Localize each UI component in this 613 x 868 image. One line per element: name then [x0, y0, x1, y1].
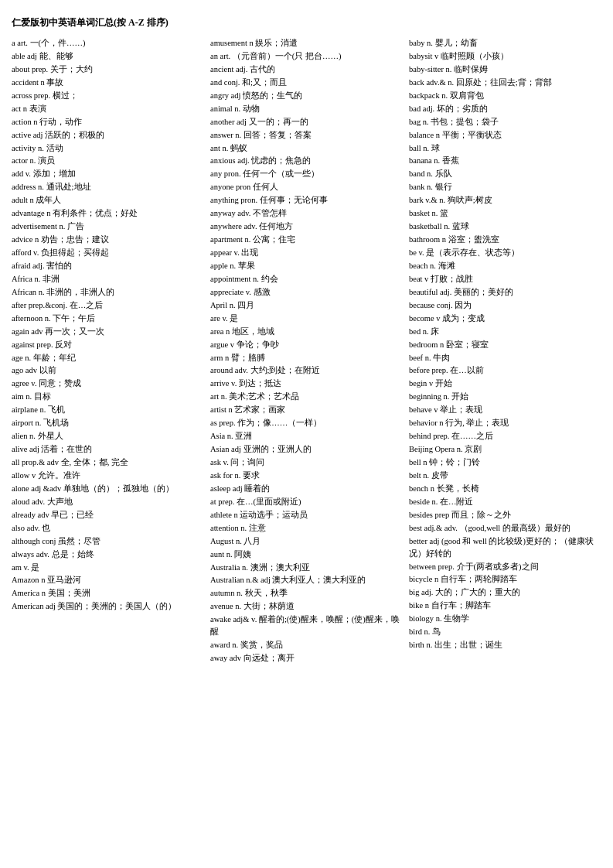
- entry-text: avenue n. 大街；林荫道: [210, 602, 295, 610]
- entry-text: American adj 美国的；美洲的；美国人（的）: [12, 602, 176, 610]
- entry-text: apartment n. 公寓；住宅: [210, 235, 295, 244]
- list-item: bad adj. 坏的；劣质的: [409, 103, 601, 115]
- list-item: bank n. 银行: [409, 181, 601, 193]
- list-item: bedroom n 卧室；寝室: [409, 339, 601, 351]
- list-item: appointment n. 约会: [210, 273, 403, 285]
- entry-text: awake adj& v. 醒着的;(使)醒来，唤醒；(使)醒来，唤醒: [210, 615, 400, 636]
- list-item: arm n 臂；胳膊: [210, 352, 403, 364]
- entry-text: beginning n. 开始: [409, 392, 468, 401]
- entry-text: bird n. 鸟: [409, 627, 441, 636]
- list-item: are v. 是: [210, 313, 403, 325]
- entry-text: babysit v 临时照顾（小孩）: [409, 52, 509, 60]
- list-item: before prep. 在…以前: [409, 364, 601, 377]
- list-item: avenue n. 大街；林荫道: [210, 600, 403, 613]
- entry-text: anyway adv. 不管怎样: [210, 209, 287, 217]
- list-item: address n. 通讯处;地址: [12, 181, 204, 193]
- list-item: awake adj& v. 醒着的;(使)醒来，唤醒；(使)醒来，唤醒: [210, 613, 403, 638]
- list-item: autumn n. 秋天，秋季: [210, 587, 403, 600]
- entry-text: April n. 四月: [210, 301, 254, 309]
- list-item: belt n. 皮带: [409, 470, 601, 482]
- list-item: aloud adv. 大声地: [12, 496, 204, 508]
- list-item: baby n. 婴儿；幼畜: [409, 37, 601, 50]
- entry-text: back adv.& n. 回原处；往回去;背；背部: [409, 78, 552, 87]
- entry-text: appointment n. 约会: [210, 275, 278, 283]
- entry-text: apple n. 苹果: [210, 261, 255, 270]
- list-item: amusement n 娱乐；消遣: [210, 37, 403, 50]
- entry-text: behavior n 行为, 举止；表现: [409, 419, 509, 427]
- entry-text: beef n. 牛肉: [409, 354, 450, 362]
- list-item: animal n. 动物: [210, 103, 403, 115]
- list-item: bathroom n 浴室；盥洗室: [409, 234, 601, 246]
- entry-text: bad adj. 坏的；劣质的: [409, 104, 488, 113]
- list-item: baby-sitter n. 临时保姆: [409, 63, 601, 76]
- list-item: Amazon n 亚马逊河: [12, 574, 204, 586]
- entry-text: balance n 平衡；平衡状态: [409, 131, 502, 139]
- entry-text: address n. 通讯处;地址: [12, 183, 91, 191]
- list-item: about prep. 关于；大约: [12, 63, 204, 76]
- entry-text: belt n. 皮带: [409, 471, 448, 480]
- entry-text: best adj.& adv. （good,well 的最高级）最好的: [409, 524, 570, 532]
- column-col3: baby n. 婴儿；幼畜babysit v 临时照顾（小孩）baby-sitt…: [409, 37, 601, 652]
- entry-text: allow v 允许。准许: [12, 471, 80, 480]
- list-item: be v. 是（表示存在、状态等）: [409, 247, 601, 259]
- entry-text: able adj 能、能够: [12, 52, 73, 60]
- list-item: banana n. 香蕉: [409, 155, 601, 167]
- list-item: airplane n. 飞机: [12, 404, 204, 416]
- entry-text: biology n. 生物学: [409, 614, 469, 623]
- list-item: art n. 美术;艺术；艺术品: [210, 391, 403, 403]
- entry-text: around adv. 大约;到处；在附近: [210, 366, 320, 374]
- entry-text: ancient adj. 古代的: [210, 65, 275, 73]
- list-item: back adv.& n. 回原处；往回去;背；背部: [409, 77, 601, 89]
- main-content: a art. 一(个，件……)able adj 能、能够about prep. …: [12, 37, 601, 665]
- entry-text: asleep adj 睡着的: [210, 484, 270, 493]
- entry-text: advice n 劝告；忠告；建议: [12, 235, 109, 244]
- list-item: award n. 奖赏，奖品: [210, 639, 403, 651]
- entry-text: award n. 奖赏，奖品: [210, 641, 283, 649]
- list-item: athlete n 运动选手；运动员: [210, 509, 403, 521]
- list-item: apple n. 苹果: [210, 260, 403, 272]
- entry-text: better adj (good 和 well 的比较级)更好的；（健康状况）好…: [409, 537, 594, 558]
- list-item: away adv 向远处；离开: [210, 652, 403, 665]
- column-col2: amusement n 娱乐；消遣an art. （元音前）一个(只 把台……)…: [210, 37, 409, 665]
- list-item: an art. （元音前）一个(只 把台……): [210, 50, 403, 63]
- list-item: babysit v 临时照顾（小孩）: [409, 50, 601, 63]
- entry-text: autumn n. 秋天，秋季: [210, 589, 288, 597]
- list-item: anything pron. 任何事；无论何事: [210, 194, 403, 207]
- entry-text: appreciate v. 感激: [210, 288, 271, 296]
- entry-text: already adv 早已；已经: [12, 511, 94, 519]
- list-item: Asian adj 亚洲的；亚洲人的: [210, 443, 403, 456]
- entry-text: ago adv 以前: [12, 366, 56, 374]
- list-item: angry adj 愤怒的；生气的: [210, 90, 403, 102]
- entry-text: animal n. 动物: [210, 104, 260, 113]
- entry-text: ask v. 问；询问: [210, 458, 264, 466]
- entry-text: argue v 争论；争吵: [210, 340, 279, 349]
- list-item: action n 行动，动作: [12, 116, 204, 128]
- list-item: ant n. 蚂蚁: [210, 142, 403, 155]
- entry-text: airport n. 飞机场: [12, 419, 69, 427]
- entry-text: action n 行动，动作: [12, 118, 82, 126]
- entry-text: all prop.& adv 全, 全体；都, 完全: [12, 458, 128, 466]
- entry-text: ask for n. 要求: [210, 471, 260, 480]
- list-item: asleep adj 睡着的: [210, 483, 403, 495]
- entry-text: after prep.&conj. 在…之后: [12, 301, 103, 309]
- entry-text: at prep. 在…(里面或附近): [210, 497, 301, 506]
- list-item: ask v. 问；询问: [210, 456, 403, 469]
- list-item: beat v 打败；战胜: [409, 273, 601, 285]
- entry-text: African n. 非洲的，非洲人的: [12, 288, 114, 296]
- list-item: adult n 成年人: [12, 194, 204, 207]
- list-item: Australia n. 澳洲；澳大利亚: [210, 562, 403, 574]
- list-item: at prep. 在…(里面或附近): [210, 496, 403, 508]
- entry-text: appear v. 出现: [210, 248, 258, 257]
- list-item: beautiful adj. 美丽的；美好的: [409, 286, 601, 299]
- list-item: backpack n. 双肩背包: [409, 90, 601, 102]
- list-item: aim n. 目标: [12, 391, 204, 403]
- list-item: although conj 虽然；尽管: [12, 535, 204, 548]
- list-item: begin v 开始: [409, 378, 601, 390]
- entry-text: bell n 钟；铃；门铃: [409, 458, 480, 466]
- list-item: bench n 长凳，长椅: [409, 483, 601, 495]
- list-item: answer n. 回答；答复；答案: [210, 129, 403, 142]
- entry-text: ant n. 蚂蚁: [210, 144, 247, 152]
- entry-text: adult n 成年人: [12, 196, 62, 204]
- list-item: artist n 艺术家；画家: [210, 404, 403, 416]
- entry-text: as prep. 作为；像……（一样）: [210, 419, 322, 427]
